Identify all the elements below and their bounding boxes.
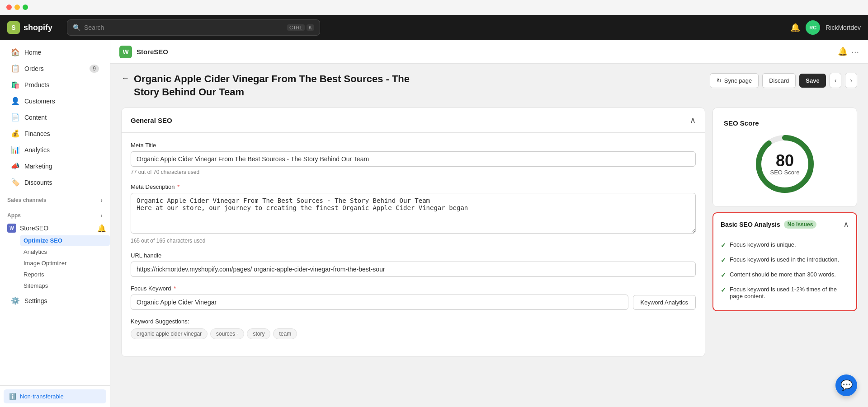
- search-ctrl: CTRL: [287, 24, 305, 31]
- sidebar-label-marketing: Marketing: [24, 163, 52, 170]
- seo-score-number: 80: [770, 152, 799, 168]
- check-icon-3: ✓: [721, 286, 726, 294]
- focus-keyword-required: *: [174, 285, 176, 292]
- seo-analysis-body: ✓ Focus keyword is unique. ✓ Focus keywo…: [713, 236, 856, 310]
- sidebar-item-finances[interactable]: 💰 Finances: [4, 126, 106, 141]
- apps-section: Apps ›: [0, 207, 110, 221]
- window-maximize[interactable]: [23, 5, 28, 10]
- sidebar-sub-image-optimizer[interactable]: Image Optimizer: [20, 258, 110, 268]
- keyword-chip-1[interactable]: sources -: [210, 328, 244, 339]
- keyword-chip-0[interactable]: organic apple cider vinegar: [131, 328, 208, 339]
- next-nav-button[interactable]: ›: [845, 73, 857, 88]
- url-handle-input[interactable]: [131, 262, 696, 277]
- marketing-icon: 📣: [11, 162, 20, 170]
- search-bar[interactable]: 🔍 CTRL K: [67, 19, 320, 36]
- app-header-more-icon[interactable]: ···: [851, 47, 859, 57]
- sync-icon: ↻: [717, 77, 722, 84]
- seo-analysis-collapse-icon[interactable]: ∧: [843, 220, 849, 229]
- chat-bubble-button[interactable]: 💬: [835, 374, 857, 396]
- sidebar-bottom: ℹ️ Non-transferable: [0, 385, 110, 407]
- analytics-icon: 📊: [11, 145, 20, 154]
- seo-analysis-title-row: Basic SEO Analysis No Issues: [721, 220, 816, 229]
- sidebar-item-marketing[interactable]: 📣 Marketing: [4, 158, 106, 174]
- seo-check-label-1: Focus keyword is used in the introductio…: [730, 256, 839, 263]
- sidebar-item-settings[interactable]: ⚙️ Settings: [4, 293, 106, 309]
- sidebar-item-discounts[interactable]: 🏷️ Discounts: [4, 174, 106, 190]
- seo-analysis-card: Basic SEO Analysis No Issues ∧ ✓ Focus k…: [712, 212, 857, 311]
- meta-title-hint: 77 out of 70 characters used: [131, 169, 696, 175]
- finances-icon: 💰: [11, 129, 20, 138]
- keyword-chip-2[interactable]: story: [247, 328, 270, 339]
- non-transferable-item[interactable]: ℹ️ Non-transferable: [4, 389, 106, 403]
- meta-desc-textarea[interactable]: Organic Apple Cider Vinegar From The Bes…: [131, 193, 696, 234]
- storeseo-app-item[interactable]: W StoreSEO 🔔: [0, 221, 110, 235]
- discard-button[interactable]: Discard: [762, 73, 796, 88]
- app-header-bell-icon[interactable]: 🔔: [838, 47, 848, 57]
- search-input[interactable]: [84, 24, 283, 31]
- keyword-suggestions-group: Keyword Suggestions: organic apple cider…: [131, 318, 696, 339]
- sidebar-item-content[interactable]: 📄 Content: [4, 109, 106, 125]
- sidebar-sub-optimize-seo[interactable]: Optimize SEO: [20, 235, 110, 246]
- topbar-right: 🔔 RC RickMortdev: [790, 20, 861, 35]
- sidebar-item-home[interactable]: 🏠 Home: [4, 44, 106, 60]
- meta-desc-label: Meta Description *: [131, 183, 696, 190]
- url-handle-field-group: URL handle: [131, 252, 696, 277]
- app-header: W StoreSEO 🔔 ···: [110, 40, 868, 64]
- side-column: SEO Score 80 SEO Score: [712, 108, 857, 311]
- home-icon: 🏠: [11, 48, 20, 56]
- topbar: S shopify 🔍 CTRL K 🔔 RC RickMortdev: [0, 15, 868, 40]
- apps-label: Apps: [7, 212, 21, 219]
- notification-bell-icon[interactable]: 🔔: [790, 23, 800, 33]
- keyword-chips-container: organic apple cider vinegar sources - st…: [131, 328, 696, 339]
- sidebar-item-products[interactable]: 🛍️ Products: [4, 77, 106, 93]
- username-label: RickMortdev: [826, 24, 861, 31]
- seo-check-1: ✓ Focus keyword is used in the introduct…: [721, 253, 849, 267]
- app-header-title: StoreSEO: [137, 48, 168, 56]
- settings-icon: ⚙️: [11, 296, 20, 305]
- sidebar-item-orders[interactable]: 📋 Orders 9: [4, 61, 106, 76]
- storeseo-subnav: Optimize SEO Analytics Image Optimizer R…: [0, 235, 110, 291]
- focus-keyword-row: Keyword Analytics: [131, 295, 696, 310]
- focus-keyword-input[interactable]: [131, 295, 628, 310]
- keyword-chip-3[interactable]: team: [273, 328, 297, 339]
- general-seo-card: General SEO ∧ Meta Title 77 out of 70 ch…: [121, 108, 705, 357]
- sidebar-label-orders: Orders: [24, 65, 44, 72]
- card-collapse-icon[interactable]: ∧: [690, 115, 696, 125]
- window-minimize[interactable]: [14, 5, 20, 10]
- shopify-logo: S shopify: [7, 21, 52, 34]
- storeseo-label: StoreSEO: [20, 225, 48, 232]
- sidebar-label-analytics: Analytics: [24, 146, 50, 154]
- no-issues-badge: No Issues: [784, 220, 817, 229]
- sidebar-sub-sitemaps[interactable]: Sitemaps: [20, 281, 110, 291]
- seo-score-title: SEO Score: [724, 119, 759, 127]
- sidebar-sub-analytics[interactable]: Analytics: [20, 247, 110, 257]
- seo-check-label-3: Focus keyword is used 1-2% times of the …: [730, 286, 849, 299]
- save-button[interactable]: Save: [799, 74, 826, 88]
- seo-check-label-2: Content should be more than 300 words.: [730, 271, 836, 278]
- sidebar-sub-reports[interactable]: Reports: [20, 269, 110, 280]
- sync-page-button[interactable]: ↻ Sync page: [710, 73, 759, 88]
- prev-nav-button[interactable]: ‹: [830, 73, 842, 88]
- seo-check-2: ✓ Content should be more than 300 words.: [721, 267, 849, 282]
- shopify-logo-text: shopify: [24, 23, 52, 33]
- back-button[interactable]: ←: [121, 74, 129, 83]
- sidebar-label-settings: Settings: [24, 297, 47, 304]
- sidebar-label-discounts: Discounts: [24, 179, 52, 186]
- sales-channels-chevron[interactable]: ›: [100, 196, 103, 204]
- window-close[interactable]: [6, 5, 12, 10]
- sidebar-item-customers[interactable]: 👤 Customers: [4, 93, 106, 109]
- keyword-analytics-button[interactable]: Keyword Analytics: [633, 295, 696, 310]
- page-title-row: ← Organic Apple Cider Vinegar From The B…: [121, 73, 857, 98]
- seo-score-label: SEO Score: [770, 168, 799, 175]
- sidebar-item-analytics[interactable]: 📊 Analytics: [4, 142, 106, 158]
- meta-desc-required: *: [177, 183, 179, 190]
- general-seo-header: General SEO ∧: [122, 108, 705, 133]
- apps-chevron[interactable]: ›: [100, 212, 103, 219]
- meta-title-input[interactable]: [131, 151, 696, 167]
- user-avatar[interactable]: RC: [806, 20, 820, 35]
- focus-keyword-label: Focus Keyword *: [131, 285, 696, 292]
- main-content: W StoreSEO 🔔 ··· ← Organic Apple Cider V…: [110, 40, 868, 407]
- discounts-icon: 🏷️: [11, 178, 20, 187]
- storeseo-bell-icon[interactable]: 🔔: [97, 224, 106, 233]
- meta-desc-hint: 165 out of 165 characters used: [131, 238, 696, 244]
